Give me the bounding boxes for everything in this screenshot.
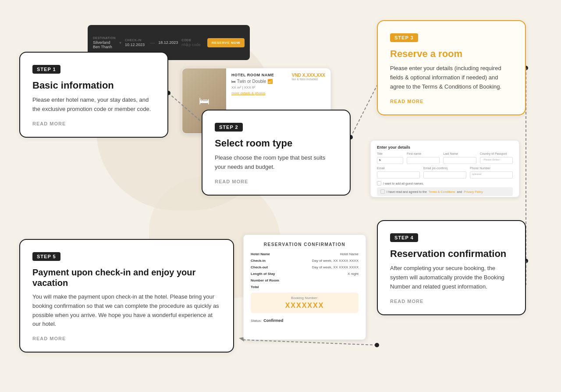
step3-read-more[interactable]: READ MORE [390, 99, 513, 104]
destination-label: DESTINATION [93, 36, 116, 39]
conf-total-key: Total [251, 285, 259, 289]
status-label: Status: [251, 319, 262, 323]
field-country-input[interactable]: - Please Select - [480, 157, 513, 164]
field-lastname-input[interactable] [443, 157, 476, 164]
page-wrapper: DESTINATION Silverland Ben Thanh ▾ CHECK… [0, 0, 561, 392]
conf-hotel-val: Hotel Name [340, 252, 359, 256]
step5-title: Payment upon check-in and enjoy your vac… [32, 267, 221, 288]
svg-line-8 [243, 340, 377, 345]
step5-card: STEP 5 Payment upon check-in and enjoy y… [19, 239, 234, 353]
svg-line-2 [351, 86, 377, 137]
step1-title: Basic information [32, 80, 155, 91]
field-email-confirm-label: Email (re-confirm) [423, 167, 466, 170]
booking-number-label: Booking Number: [256, 296, 353, 300]
code-label: CODE [181, 39, 203, 42]
step1-desc: Please enter hotel name, your stay dates… [32, 96, 155, 114]
agree-text: I have read and agreed to the [387, 190, 427, 193]
conf-checkin-key: Check-in [251, 259, 266, 263]
conf-length-val: X night [348, 272, 359, 276]
step2-read-more[interactable]: READ MORE [215, 179, 337, 184]
step1-card: STEP 1 Basic information Please enter ho… [19, 52, 168, 138]
details-fields-row1: Title First name Last Name Country of Pa… [377, 152, 513, 164]
room-icons: 🛏 Twin or Double 📶 [231, 79, 281, 84]
field-firstname-input[interactable] [407, 157, 440, 164]
step1-badge: STEP 1 [32, 65, 60, 74]
reserve-now-button[interactable]: RESERVE NOW [207, 38, 245, 47]
field-phone-input[interactable]: optional [470, 171, 513, 178]
room-details-link[interactable]: more details & photos [231, 91, 281, 95]
step2-desc: Please choose the room type that best su… [215, 153, 337, 172]
conf-numroom-row: Number of Room [251, 278, 359, 282]
checkout-value: 18.12.2023 [158, 40, 178, 45]
step4-card: STEP 4 Reservation confirmation After co… [377, 220, 526, 315]
step4-title: Reservation confirmation [390, 248, 513, 260]
details-fields-row2: Email Email (re-confirm) Phone Number op… [377, 167, 513, 178]
field-title-label: Title [377, 152, 403, 155]
conf-length-key: Length of Stay [251, 272, 275, 276]
step5-read-more[interactable]: READ MORE [32, 336, 221, 341]
conf-numroom-key: Number of Room [251, 278, 279, 282]
checkin-label: CHECK-IN [125, 39, 147, 42]
code-placeholder: nhập code [181, 43, 203, 47]
conf-status-row: Status: Confirmed [251, 316, 359, 324]
status-value: Confirmed [263, 318, 283, 323]
field-country-label: Country of Passport [480, 152, 513, 155]
svg-point-9 [375, 343, 379, 347]
and-text: and [457, 190, 462, 193]
conf-checkout-val: Day of week, XX XXXX XXXX [312, 265, 359, 269]
step4-desc: After completing your secure booking, th… [390, 264, 513, 291]
step4-badge: STEP 4 [390, 233, 418, 242]
conf-length-row: Length of Stay X night [251, 272, 359, 276]
agree-checkbox[interactable] [380, 189, 385, 194]
conf-checkout-row: Check-out Day of week, XX XXXX XXXX [251, 265, 359, 269]
conf-checkout-key: Check-out [251, 265, 268, 269]
add-guests-label: I want to add all guest names. [383, 182, 424, 185]
booking-number-box: Booking Number: XXXXXXX [251, 292, 359, 313]
step3-desc: Please enter your details (including req… [390, 64, 513, 91]
conf-checkin-row: Check-in Day of week, XX XXXX XXXX [251, 259, 359, 263]
conf-hotel-row: Hotel Name Hotel Name [251, 252, 359, 256]
field-email-input[interactable] [377, 171, 420, 178]
room-price: VND X,XXX,XXX [292, 73, 325, 78]
field-email-label: Email [377, 167, 420, 170]
conf-hotel-key: Hotel Name [251, 252, 270, 256]
conf-checkin-val: Day of week, XX XXXX XXXX [312, 259, 359, 263]
room-name: HOTEL ROOM NAME [231, 73, 281, 77]
step3-badge: STEP 3 [390, 33, 418, 42]
step1-read-more[interactable]: READ MORE [32, 121, 155, 126]
checkin-field: CHECK-IN 10.12.2023 [125, 39, 147, 47]
step2-badge: STEP 2 [215, 123, 243, 132]
terms-link[interactable]: Terms & Conditions [429, 190, 455, 193]
field-email-confirm-input[interactable] [423, 171, 466, 178]
code-field: CODE nhập code [181, 39, 203, 47]
field-lastname-label: Last Name [443, 152, 476, 155]
step2-title: Select room type [215, 138, 337, 149]
step3-card: STEP 3 Reserve a room Please enter your … [377, 20, 526, 115]
booking-number-value: XXXXXXX [256, 302, 353, 310]
step2-card: STEP 2 Select room type Please choose th… [202, 110, 351, 196]
destination-field: DESTINATION Silverland Ben Thanh [93, 36, 116, 49]
confirmation-title: RESERVATION CONFIRMATION [251, 242, 359, 247]
step5-desc: You will make the payment upon check-in … [32, 292, 221, 329]
details-form-title: Enter your details [377, 145, 513, 150]
checkin-value: 10.12.2023 [125, 43, 147, 47]
destination-value: Silverland Ben Thanh [93, 40, 116, 49]
add-guests-checkbox-row: I want to add all guest names. [377, 181, 513, 185]
step5-badge: STEP 5 [32, 252, 60, 261]
room-price-note: tax & fees included [292, 78, 325, 81]
agree-bar: I have read and agreed to the Terms & Co… [377, 187, 513, 196]
conf-total-row: Total [251, 285, 359, 289]
step4-read-more[interactable]: READ MORE [390, 299, 513, 304]
details-form-preview: Enter your details Title First name Last… [370, 140, 519, 197]
field-title-input[interactable]: s [377, 157, 403, 164]
privacy-link[interactable]: Privacy Policy [464, 190, 483, 193]
field-phone-label: Phone Number [470, 167, 513, 170]
field-firstname-label: First name [407, 152, 440, 155]
confirmation-preview: RESERVATION CONFIRMATION Hotel Name Hote… [243, 235, 366, 340]
step3-title: Reserve a room [390, 48, 513, 60]
add-guests-checkbox[interactable] [377, 181, 381, 185]
room-size: XX m² | XXX ft² [231, 86, 281, 89]
